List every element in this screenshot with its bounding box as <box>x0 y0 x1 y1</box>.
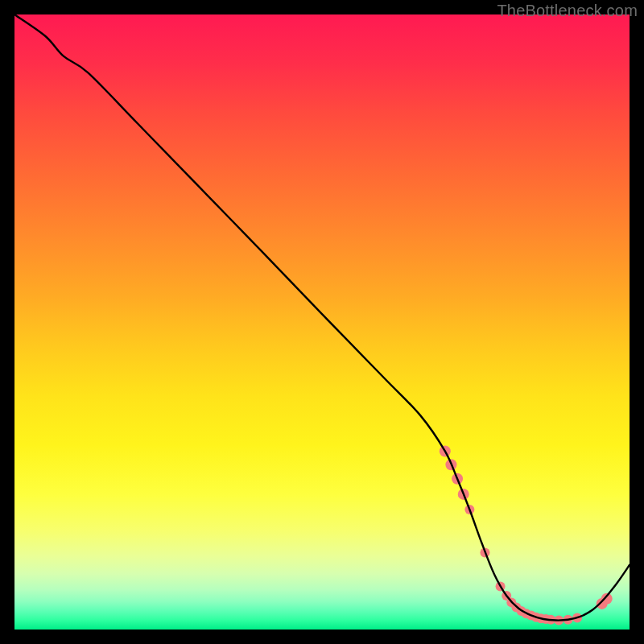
data-markers <box>440 445 613 625</box>
data-marker <box>531 613 541 622</box>
data-marker <box>480 548 489 558</box>
data-marker <box>601 593 613 605</box>
chart-frame: TheBottleneck.com <box>0 0 644 644</box>
data-marker <box>541 614 551 624</box>
data-marker <box>445 459 456 470</box>
data-marker <box>522 609 531 618</box>
data-marker <box>597 598 608 609</box>
data-marker <box>517 606 526 616</box>
data-marker <box>464 505 474 514</box>
data-marker <box>506 597 516 607</box>
watermark-text: TheBottleneck.com <box>497 2 638 20</box>
data-marker <box>496 582 506 592</box>
data-marker <box>526 610 536 620</box>
curve-layer <box>14 14 630 630</box>
data-marker <box>452 473 463 485</box>
data-marker <box>440 445 451 456</box>
data-marker <box>458 489 469 500</box>
data-marker <box>511 603 521 613</box>
data-marker <box>572 613 582 622</box>
data-marker <box>554 616 564 625</box>
bottleneck-curve <box>14 14 630 621</box>
data-marker <box>546 615 555 625</box>
data-marker <box>564 615 573 625</box>
data-marker <box>502 591 511 601</box>
data-marker <box>536 613 546 623</box>
plot-area <box>14 14 630 630</box>
